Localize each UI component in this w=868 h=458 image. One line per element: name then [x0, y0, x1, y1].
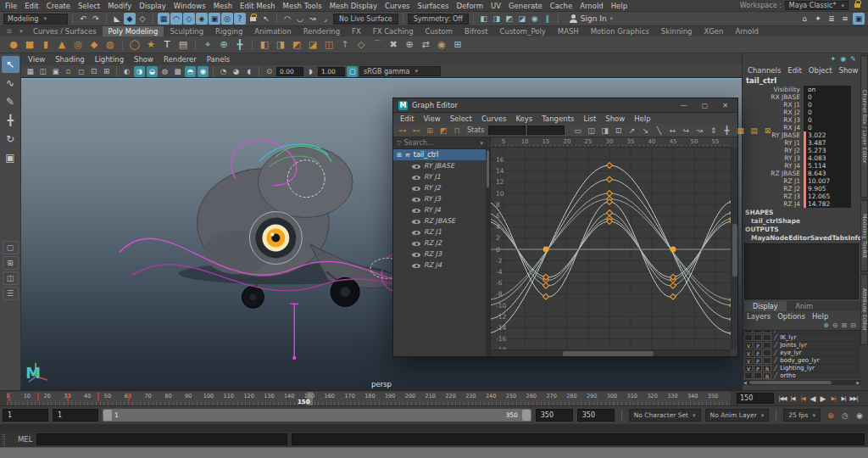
move-tool[interactable]: ╋: [2, 112, 19, 129]
construction-history-icon[interactable]: ↝: [307, 13, 319, 25]
layer-reference-toggle[interactable]: R: [763, 365, 771, 371]
animation-start-field[interactable]: 1: [3, 409, 48, 422]
character-controls-toggle-icon[interactable]: ✦: [812, 13, 824, 25]
poly-torus-icon[interactable]: ◎: [71, 38, 85, 52]
poly-sphere-icon[interactable]: ●: [7, 38, 20, 52]
shelf-tab-sculpting[interactable]: Sculpting: [164, 26, 209, 36]
shelf-tab-motion-graphics[interactable]: Motion Graphics: [585, 26, 655, 36]
layer-playback-toggle[interactable]: [754, 330, 762, 333]
select-by-component-icon[interactable]: ◇: [136, 13, 148, 25]
shelf-tab-custom[interactable]: Custom: [420, 26, 459, 36]
sign-in-button[interactable]: Sign In ▾: [563, 13, 620, 25]
channel-value-field[interactable]: 10.007: [804, 177, 851, 185]
menu-set-select[interactable]: Modeling: [3, 14, 68, 25]
lock-selection-icon[interactable]: [250, 17, 256, 21]
type-tool-icon[interactable]: T: [160, 38, 174, 52]
joints-xray-icon[interactable]: ◖: [243, 66, 254, 77]
viewport-renderer-icon[interactable]: ◞: [320, 13, 331, 25]
layer-row-eye-lyr[interactable]: VP╱eye_lyr: [743, 349, 860, 357]
layer-row-joints-lyr[interactable]: VP╱Joints_lyr: [743, 342, 860, 349]
render-frame-icon[interactable]: ◧: [478, 13, 490, 25]
visibility-eye-icon[interactable]: [412, 217, 420, 226]
play-backwards-button[interactable]: ◀: [808, 393, 818, 405]
menubar-item-mesh[interactable]: Mesh: [214, 2, 232, 10]
menubar-item-uv[interactable]: UV: [491, 2, 501, 10]
channel-value-field[interactable]: 0: [804, 109, 851, 116]
use-all-lights-icon[interactable]: ◍: [159, 66, 170, 77]
new-layer-from-selected-icon[interactable]: ⊟: [850, 321, 856, 329]
panel-menu-renderer[interactable]: Renderer: [164, 55, 197, 64]
visibility-eye-icon[interactable]: [412, 261, 420, 270]
character-set-select[interactable]: No Character Set: [629, 409, 701, 422]
gate-mask-icon[interactable]: ▫: [63, 66, 74, 77]
spline-tangents-icon[interactable]: ↗: [626, 125, 637, 136]
snap-options-icon[interactable]: ?: [234, 13, 246, 25]
search-input[interactable]: Search...: [403, 139, 477, 147]
flat-tangents-icon[interactable]: ↔: [666, 125, 678, 136]
menubar-item-curves[interactable]: Curves: [385, 2, 410, 10]
menubar-item-select[interactable]: Select: [78, 2, 100, 10]
layer-playback-toggle[interactable]: [754, 372, 762, 379]
region-select-icon[interactable]: ◩: [437, 125, 449, 136]
channel-box-menu-show[interactable]: Show: [838, 66, 858, 75]
render-sequence-icon[interactable]: ◩: [504, 13, 515, 25]
view-transform-icon[interactable]: ▢: [347, 66, 358, 77]
grid-toggle-icon[interactable]: ▦: [25, 66, 36, 77]
layer-reference-toggle[interactable]: [763, 349, 771, 356]
show-manipulator-icon[interactable]: ✦: [831, 55, 837, 63]
chevron-down-icon[interactable]: ▾: [480, 140, 487, 147]
make-object-live-icon[interactable]: ◎: [221, 13, 233, 25]
snap-to-curves-icon[interactable]: ◠: [170, 13, 182, 25]
visibility-eye-icon[interactable]: [412, 173, 420, 182]
visibility-eye-icon[interactable]: [412, 184, 420, 193]
construction-plane-icon[interactable]: ⌖: [201, 38, 214, 52]
combine-icon[interactable]: ◧: [258, 38, 271, 52]
close-button[interactable]: ✕: [722, 102, 728, 109]
render-settings-icon[interactable]: ◪: [516, 13, 528, 25]
visibility-eye-icon[interactable]: [412, 195, 420, 204]
channel-row-ry-j3[interactable]: RY J3: [393, 193, 490, 204]
channel-value-field[interactable]: 0: [804, 93, 851, 101]
output-connections-icon[interactable]: ◡: [294, 13, 306, 25]
linear-tangents-icon[interactable]: ╲: [653, 125, 665, 136]
snap-buffer-icon[interactable]: ⊠: [761, 125, 773, 136]
keyframe-diamond[interactable]: [607, 176, 613, 182]
svg-tool-icon[interactable]: ▤: [176, 38, 190, 52]
channel-box-menu-edit[interactable]: Edit: [787, 66, 801, 75]
single-pane-layout-button[interactable]: ▢: [3, 241, 19, 254]
plateau-tangents-icon[interactable]: ↝: [693, 125, 705, 136]
help-line-grip[interactable]: [3, 448, 5, 458]
animation-preferences-icon[interactable]: ◉: [854, 411, 865, 420]
field-chart-icon[interactable]: ◻: [75, 66, 86, 77]
shelf-tab-arnold[interactable]: Arnold: [729, 26, 765, 36]
selected-object-name[interactable]: tail_ctrl: [743, 75, 860, 86]
menubar-item-mesh-tools[interactable]: Mesh Tools: [283, 2, 322, 10]
layer-color-swatch-icon[interactable]: ╱: [774, 330, 777, 333]
range-end-handle[interactable]: [522, 410, 531, 421]
keyframe-diamond[interactable]: [543, 293, 549, 299]
graph-editor-menu-tangents[interactable]: Tangents: [542, 114, 574, 123]
step-tangents-icon[interactable]: ↪: [680, 125, 692, 136]
visibility-eye-icon[interactable]: [412, 162, 420, 170]
bevel-icon[interactable]: ◇: [354, 38, 368, 52]
paint-select-tool[interactable]: ✎: [2, 93, 19, 110]
value-snap-icon[interactable]: ▤: [748, 125, 760, 136]
new-empty-layer-icon[interactable]: ⊞: [842, 321, 848, 329]
layer-visible-toggle[interactable]: V: [744, 357, 753, 364]
play-forwards-button[interactable]: ▶: [818, 393, 828, 405]
layer-menu-options[interactable]: Options: [777, 312, 805, 321]
time-scrollbar[interactable]: [491, 349, 731, 356]
snap-to-view-planes-icon[interactable]: ▣: [209, 13, 220, 25]
channel-value-field[interactable]: 8.643: [804, 170, 851, 177]
layer-color-swatch-icon[interactable]: ╱: [774, 334, 777, 341]
auto-frame-icon[interactable]: ⊡: [612, 125, 624, 136]
layer-playback-icon[interactable]: ⊖: [832, 321, 838, 329]
shelf-tab-bifrost[interactable]: Bifrost: [459, 26, 493, 36]
channel-box-menu-object[interactable]: Object: [809, 66, 832, 75]
menubar-item-mesh-display[interactable]: Mesh Display: [330, 2, 377, 10]
boolean-intersection-icon[interactable]: ◫: [322, 38, 336, 52]
locator-icon[interactable]: ⊕: [217, 38, 231, 52]
graph-editor-menu-show[interactable]: Show: [605, 114, 625, 123]
auto-keyframe-toggle[interactable]: ⊛: [825, 411, 837, 420]
layer-color-swatch-icon[interactable]: ╱: [774, 349, 777, 356]
